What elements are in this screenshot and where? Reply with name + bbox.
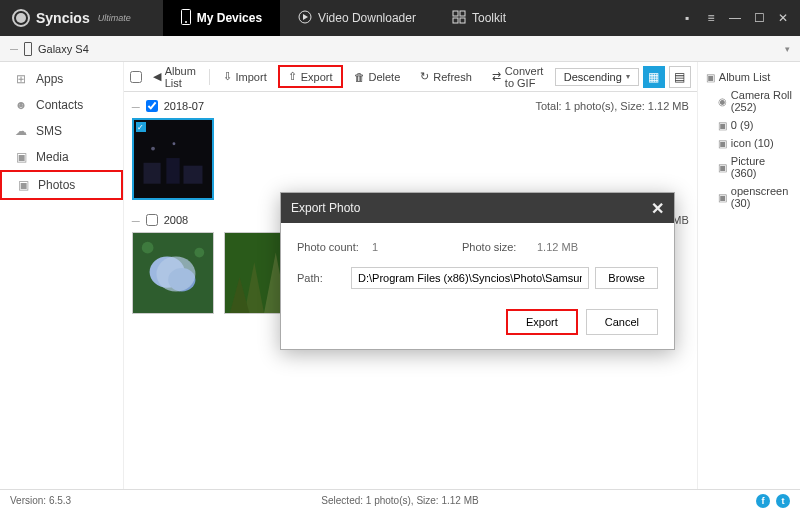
content-toolbar: ◀ Album List ⇩ Import ⇧ Export 🗑 Delete … — [124, 62, 697, 92]
photo-count-label: Photo count: — [297, 241, 372, 253]
sidebar-item-media[interactable]: ▣ Media — [0, 144, 123, 170]
sidebar: ⊞ Apps ☻ Contacts ☁ SMS ▣ Media ▣ Photos — [0, 62, 124, 489]
menu-icon[interactable]: ≡ — [704, 11, 718, 25]
close-icon[interactable]: ✕ — [651, 199, 664, 218]
image-icon: ▣ — [718, 138, 727, 149]
right-panel: ▣ Album List ◉ Camera Roll (252) ▣ 0 (9)… — [698, 62, 800, 489]
twitter-icon[interactable]: t — [776, 494, 790, 508]
sidebar-item-photos[interactable]: ▣ Photos — [0, 170, 123, 200]
path-input[interactable] — [351, 267, 589, 289]
album-label: Camera Roll (252) — [731, 89, 792, 113]
back-arrow-icon: ◀ — [153, 70, 161, 83]
tab-video-downloader[interactable]: Video Downloader — [280, 0, 434, 36]
tab-my-devices[interactable]: My Devices — [163, 0, 280, 36]
message-icon[interactable]: ▪ — [680, 11, 694, 25]
image-icon: ▣ — [718, 192, 727, 203]
album-item[interactable]: ▣ openscreen (30) — [704, 182, 794, 212]
collapse-icon[interactable]: — — [132, 102, 140, 111]
cancel-button[interactable]: Cancel — [586, 309, 658, 335]
path-label: Path: — [297, 272, 345, 284]
svg-point-16 — [156, 256, 195, 291]
album-item[interactable]: ▣ Picture (360) — [704, 152, 794, 182]
album-label: 0 (9) — [731, 119, 754, 131]
tool-label: Delete — [369, 71, 401, 83]
tool-label: Refresh — [433, 71, 472, 83]
group-checkbox[interactable] — [146, 100, 158, 112]
album-item[interactable]: ▣ icon (10) — [704, 134, 794, 152]
selection-status: Selected: 1 photo(s), Size: 1.12 MB — [321, 495, 478, 506]
app-header: Syncios Ultimate My Devices Video Downlo… — [0, 0, 800, 36]
tool-label: Convert to GIF — [505, 65, 544, 89]
device-name[interactable]: Galaxy S4 — [38, 43, 779, 55]
album-list-button[interactable]: ◀ Album List — [144, 61, 205, 93]
facebook-icon[interactable]: f — [756, 494, 770, 508]
play-circle-icon — [298, 10, 312, 27]
browse-button[interactable]: Browse — [595, 267, 658, 289]
chevron-down-icon: ▾ — [626, 72, 630, 81]
svg-rect-10 — [183, 166, 202, 184]
sidebar-item-sms[interactable]: ☁ SMS — [0, 118, 123, 144]
folder-icon: ▣ — [706, 72, 715, 83]
photo-size-value: 1.12 MB — [537, 241, 627, 253]
sort-dropdown[interactable]: Descending ▾ — [555, 68, 639, 86]
export-button[interactable]: ⇧ Export — [278, 65, 343, 88]
sidebar-item-contacts[interactable]: ☻ Contacts — [0, 92, 123, 118]
album-label: icon (10) — [731, 137, 774, 149]
check-icon: ✓ — [136, 122, 146, 132]
sidebar-item-label: Photos — [38, 178, 75, 192]
view-grid-button[interactable]: ▦ — [643, 66, 665, 88]
view-list-button[interactable]: ▤ — [669, 66, 691, 88]
heading-label: Album List — [719, 71, 770, 83]
delete-button[interactable]: 🗑 Delete — [345, 67, 410, 87]
photo-size-label: Photo size: — [462, 241, 537, 253]
select-all-checkbox[interactable] — [130, 71, 142, 83]
app-logo: Syncios Ultimate — [0, 9, 143, 27]
collapse-icon[interactable]: — — [10, 44, 18, 53]
svg-rect-6 — [460, 18, 465, 23]
sms-icon: ☁ — [14, 124, 28, 138]
album-item[interactable]: ◉ Camera Roll (252) — [704, 86, 794, 116]
maximize-button[interactable]: ☐ — [752, 11, 766, 25]
sidebar-item-label: Contacts — [36, 98, 83, 112]
nav-tabs: My Devices Video Downloader Toolkit — [163, 0, 524, 36]
camera-icon: ◉ — [718, 96, 727, 107]
group-name: 2008 — [164, 214, 188, 226]
convert-icon: ⇄ — [492, 70, 501, 83]
device-phone-icon — [24, 42, 32, 56]
brand-name: Syncios — [36, 10, 90, 26]
album-item[interactable]: ▣ 0 (9) — [704, 116, 794, 134]
apps-icon: ⊞ — [14, 72, 28, 86]
svg-point-12 — [172, 142, 175, 145]
version-label: Version: 6.5.3 — [10, 495, 71, 506]
sidebar-item-apps[interactable]: ⊞ Apps — [0, 66, 123, 92]
phone-icon — [181, 9, 191, 28]
tab-label: Video Downloader — [318, 11, 416, 25]
device-selector-row: — Galaxy S4 ▾ — [0, 36, 800, 62]
contacts-icon: ☻ — [14, 98, 28, 112]
collapse-icon[interactable]: — — [132, 216, 140, 225]
tool-label: Album List — [165, 65, 196, 89]
refresh-button[interactable]: ↻ Refresh — [411, 66, 481, 87]
chevron-down-icon[interactable]: ▾ — [785, 44, 790, 54]
export-confirm-button[interactable]: Export — [506, 309, 578, 335]
brand-edition: Ultimate — [98, 13, 131, 23]
dialog-title: Export Photo — [291, 201, 360, 215]
group-checkbox[interactable] — [146, 214, 158, 226]
import-icon: ⇩ — [223, 70, 232, 83]
export-icon: ⇧ — [288, 70, 297, 83]
svg-rect-4 — [460, 11, 465, 16]
album-list-heading[interactable]: ▣ Album List — [704, 68, 794, 86]
close-button[interactable]: ✕ — [776, 11, 790, 25]
minimize-button[interactable]: — — [728, 11, 742, 25]
sidebar-item-label: SMS — [36, 124, 62, 138]
import-button[interactable]: ⇩ Import — [214, 66, 276, 87]
photo-thumbnail[interactable]: ✓ — [132, 118, 214, 200]
photo-thumbnail[interactable] — [132, 232, 214, 314]
tab-toolkit[interactable]: Toolkit — [434, 0, 524, 36]
refresh-icon: ↻ — [420, 70, 429, 83]
convert-gif-button[interactable]: ⇄ Convert to GIF — [483, 61, 553, 93]
group-name: 2018-07 — [164, 100, 204, 112]
image-icon: ▣ — [718, 120, 727, 131]
svg-rect-9 — [166, 158, 179, 184]
logo-icon — [12, 9, 30, 27]
